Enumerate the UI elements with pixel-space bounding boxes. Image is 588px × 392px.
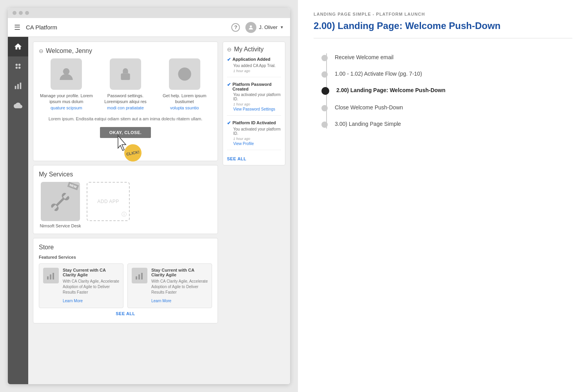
minus-icon-activity: ⊖ [227, 46, 232, 53]
sidebar-item-cloud[interactable] [8, 96, 28, 115]
timeline-dot-0 [321, 55, 328, 61]
store-card-icon-1 [43, 268, 59, 283]
activity-item-3-desc: You activated your platform ID. [227, 127, 281, 136]
add-app-label: ADD APP [97, 199, 119, 204]
svg-rect-6 [17, 84, 19, 89]
activity-item-2: ✔ Platform Password Created You activate… [227, 82, 281, 116]
svg-point-1 [16, 64, 18, 66]
services-title: My Services [39, 171, 73, 178]
annotation-divider [314, 38, 572, 38]
svg-point-0 [250, 25, 252, 27]
store-section: Store Featured Services Stay Current wit… [33, 238, 218, 323]
user-badge[interactable]: J. Oliver ▼ [245, 22, 284, 33]
svg-rect-9 [121, 73, 130, 80]
store-title: Store [39, 244, 54, 251]
svg-point-8 [63, 68, 70, 75]
left-panel: ⊖ Welcome, Jenny Mana [33, 42, 218, 379]
header-actions: ? J. Oliver ▼ [231, 22, 284, 33]
store-cards: Stay Current with CA Clarity Agile With … [39, 263, 212, 308]
hamburger-icon[interactable]: ☰ [14, 23, 20, 32]
store-card-2: Stay Current with CA Clarity Agile With … [127, 263, 212, 308]
activity-item-1-desc: You added CA App Trial. [227, 64, 281, 68]
sidebar-item-home[interactable] [8, 37, 28, 56]
password-card-text: Password settings. Loremipsum aliqui res… [98, 93, 153, 111]
welcome-card-help: i Get help. Lorem ipsum bustiumet volupt… [157, 58, 212, 111]
browser-toolbar [8, 8, 290, 18]
activity-title: My Activity [234, 46, 264, 53]
store-card-link-2[interactable]: Learn More [151, 299, 171, 303]
store-card-icon-2 [132, 268, 147, 283]
password-link[interactable]: modi con pratiatate [107, 105, 144, 110]
svg-text:i: i [183, 69, 186, 79]
app-header: ☰ CA Platform ? J. Oliver ▼ [8, 18, 290, 37]
info-icon-small: ⓘ [122, 211, 127, 218]
help-icon[interactable]: ? [231, 23, 240, 32]
bar-chart-icon-2 [135, 271, 144, 280]
close-btn-area: OKAY, CLOSE. CLICK! [39, 127, 212, 155]
analytics-icon [14, 82, 22, 90]
browser-window: ☰ CA Platform ? J. Oliver ▼ [8, 8, 290, 384]
browser-dot-2 [19, 11, 23, 15]
lock-icon-box [110, 58, 141, 90]
lock-icon [118, 66, 133, 82]
new-badge: NEW [67, 182, 79, 190]
sidebar-item-apps[interactable] [8, 56, 28, 76]
activity-item-2-desc: You activated your platform ID. [227, 93, 281, 101]
activity-item-2-link[interactable]: View Password Settings [227, 107, 281, 111]
welcome-section: ⊖ Welcome, Jenny Mana [33, 42, 218, 161]
profile-link[interactable]: quature scipsum [51, 105, 82, 110]
activity-item-2-time: 1 hour ago [227, 102, 281, 106]
sidebar-item-analytics[interactable] [8, 76, 28, 96]
main-content: ⊖ Welcome, Jenny Mana [28, 37, 290, 384]
welcome-header: ⊖ Welcome, Jenny [39, 47, 212, 54]
app-window: ☰ CA Platform ? J. Oliver ▼ [8, 18, 290, 384]
user-avatar [245, 22, 256, 33]
user-name: J. Oliver [259, 24, 278, 30]
profile-icon-box [51, 58, 82, 90]
svg-point-2 [18, 64, 20, 66]
service-card-nimsoft: NEW Nimsoft Service Desk [39, 182, 82, 228]
store-card-body-2: Stay Current with CA Clarity Agile With … [151, 268, 208, 304]
activity-item-3: ✔ Platform ID Activated You activated yo… [227, 120, 281, 150]
check-icon-1: ✔ [227, 57, 231, 62]
store-card-link-1[interactable]: Learn More [63, 299, 83, 303]
activity-see-all[interactable]: SEE ALL [227, 155, 281, 161]
svg-rect-7 [20, 83, 22, 89]
add-app-box[interactable]: ADD APP ⓘ [87, 182, 130, 221]
svg-rect-14 [53, 273, 54, 279]
welcome-title: Welcome, Jenny [46, 47, 92, 54]
home-icon [14, 42, 22, 51]
svg-rect-13 [50, 274, 51, 279]
store-card-title-2: Stay Current with CA Clarity Agile [151, 268, 208, 277]
services-header: My Services [39, 171, 212, 178]
activity-header: ⊖ My Activity [227, 46, 281, 53]
timeline: Receive Welcome email1.00 - 1.02) Activa… [314, 49, 572, 132]
timeline-dot-1 [321, 71, 328, 78]
activity-item-1: ✔ Application Added You added CA App Tri… [227, 57, 281, 77]
timeline-text-3: Close Welcome Push-Down [335, 104, 403, 111]
svg-rect-16 [138, 274, 140, 279]
activity-item-3-link[interactable]: View Profile [227, 142, 281, 146]
person-icon [58, 66, 74, 82]
activity-item-3-title: ✔ Platform ID Activated [227, 120, 281, 126]
timeline-item-1: 1.00 - 1.02) Activate Flow (pg. 7-10) [321, 66, 572, 82]
timeline-item-2: 2.00) Landing Page: Welcome Push-Down [321, 82, 572, 100]
timeline-item-4: 3.00) Landing Page Simple [321, 116, 572, 132]
app-title: CA Platform [26, 24, 231, 31]
timeline-text-2: 2.00) Landing Page: Welcome Push-Down [336, 87, 445, 93]
timeline-item-3: Close Welcome Push-Down [321, 100, 572, 116]
wrench-icon [50, 191, 71, 212]
welcome-card-profile: Manage your profile. Lorem ipsum mus dol… [39, 58, 94, 111]
check-icon-2: ✔ [227, 82, 231, 87]
store-card-desc-1: With CA Clarity Agile, Accelerate Adopti… [63, 279, 119, 295]
help-link[interactable]: volupta ssuntio [170, 105, 199, 110]
timeline-dot-3 [321, 105, 328, 111]
timeline-text-0: Receive Welcome email [335, 54, 394, 60]
activity-item-1-title: ✔ Application Added [227, 57, 281, 62]
svg-rect-12 [47, 276, 49, 279]
bar-chart-icon-1 [46, 271, 56, 280]
cloud-icon [14, 101, 22, 110]
svg-rect-15 [136, 276, 137, 279]
store-see-all[interactable]: SEE ALL [39, 308, 212, 318]
welcome-description: Lorem ipsum. Endissita eatqui odiam site… [39, 116, 212, 122]
